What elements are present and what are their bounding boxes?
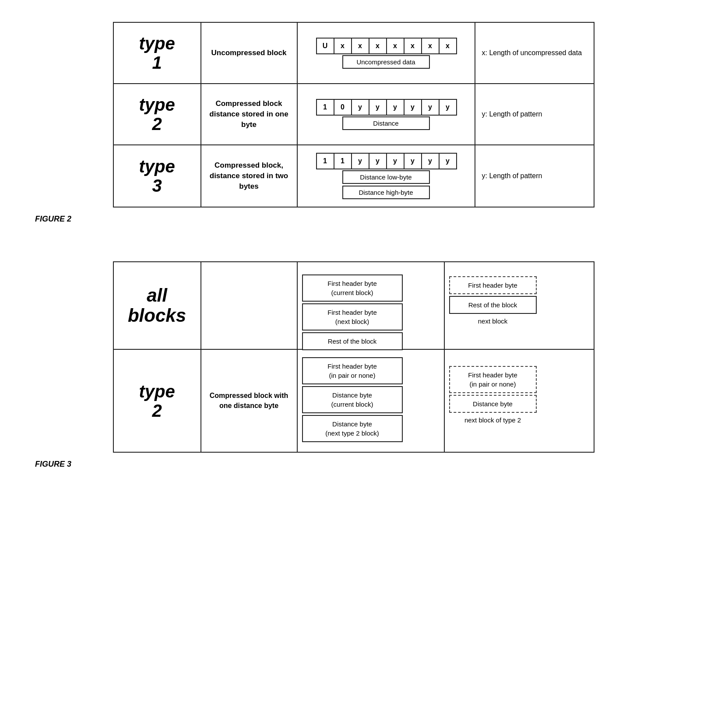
- allblocks-diagram: First header byte(current block) First h…: [298, 262, 445, 349]
- byte-cell: y: [351, 153, 369, 169]
- byte-cell: y: [404, 99, 422, 116]
- byte-cell: y: [421, 153, 440, 169]
- figure3-table: allblocks First header byte(current bloc…: [113, 261, 594, 453]
- byte-cell: 1: [316, 153, 334, 169]
- next-block-header: First header byte: [449, 276, 537, 294]
- type1-note: x: Length of uncompressed data: [475, 23, 594, 83]
- fig3-row-type2: type2 Compressed block with one distance…: [114, 350, 594, 452]
- fig3-type2-label: type2: [114, 350, 201, 452]
- type1-diagram: U x x x x x x x Uncompressed data: [298, 23, 475, 83]
- byte-cell: x: [421, 38, 440, 54]
- fig2-row-type2: type2 Compressed block distance stored i…: [114, 84, 594, 145]
- block-box: Distance byte(current block): [302, 386, 403, 413]
- byte-cell: 0: [334, 99, 352, 116]
- byte-cell: y: [351, 99, 369, 116]
- type2-label: type2: [114, 84, 201, 144]
- block-box: First header byte(in pair or none): [302, 357, 403, 384]
- byte-cell: x: [404, 38, 422, 54]
- figure3-caption: FIGURE 3: [35, 460, 689, 469]
- byte-cell: y: [439, 153, 457, 169]
- byte-cell: 1: [316, 99, 334, 116]
- fig2-row-type3: type3 Compressed block, distance stored …: [114, 145, 594, 207]
- type2-note: y: Length of pattern: [475, 84, 594, 144]
- byte-cell: y: [369, 153, 387, 169]
- next-type2-header: First header byte(in pair or none): [449, 366, 537, 393]
- byte-label: Distance low-byte: [342, 170, 430, 184]
- byte-cell: y: [404, 153, 422, 169]
- next-type2-distance: Distance byte: [449, 395, 537, 413]
- type2-desc: Compressed block distance stored in one …: [201, 84, 298, 144]
- byte-cell: y: [369, 99, 387, 116]
- byte-cell: x: [386, 38, 405, 54]
- allblocks-label: allblocks: [114, 262, 201, 349]
- figure2-table: type1 Uncompressed block U x x x x x x x…: [113, 22, 594, 207]
- figure2-caption: FIGURE 2: [35, 215, 689, 224]
- type1-label: type1: [114, 23, 201, 83]
- byte-cell: y: [421, 99, 440, 116]
- fig2-row-type1: type1 Uncompressed block U x x x x x x x…: [114, 23, 594, 84]
- next-block-rest: Rest of the block: [449, 296, 537, 314]
- type1-desc: Uncompressed block: [201, 23, 298, 83]
- byte-label: Distance: [342, 116, 430, 130]
- byte-label: Distance high-byte: [342, 186, 430, 199]
- byte-cell: x: [439, 38, 457, 54]
- byte-cell: y: [386, 153, 405, 169]
- fig3-type2-diagram: First header byte(in pair or none) Dista…: [298, 350, 445, 452]
- type2-diagram: 1 0 y y y y y y Distance: [298, 84, 475, 144]
- block-box: Distance byte(next type 2 block): [302, 415, 403, 442]
- block-box: Rest of the block: [302, 332, 403, 350]
- byte-cell: x: [334, 38, 352, 54]
- byte-cell: x: [351, 38, 369, 54]
- type3-desc: Compressed block, distance stored in two…: [201, 145, 298, 207]
- byte-cell: y: [439, 99, 457, 116]
- byte-cell: U: [316, 38, 334, 54]
- type3-label: type3: [114, 145, 201, 207]
- byte-cell: y: [386, 99, 405, 116]
- byte-cell: x: [369, 38, 387, 54]
- fig3-type2-note: First header byte(in pair or none) Dista…: [445, 350, 594, 452]
- fig3-row-allblocks: allblocks First header byte(current bloc…: [114, 262, 594, 350]
- next-type2-label: next block of type 2: [449, 416, 537, 424]
- byte-label: Uncompressed data: [342, 55, 430, 69]
- type3-diagram: 1 1 y y y y y y Distance low-byte Distan…: [298, 145, 475, 207]
- block-box: First header byte(next block): [302, 303, 403, 331]
- fig3-type2-desc: Compressed block with one distance byte: [201, 350, 298, 452]
- byte-cell: 1: [334, 153, 352, 169]
- next-block-label: next block: [449, 317, 537, 325]
- block-box: First header byte(current block): [302, 274, 403, 302]
- allblocks-note: First header byte Rest of the block next…: [445, 262, 594, 349]
- allblocks-desc: [201, 262, 298, 349]
- type3-note: y: Length of pattern: [475, 145, 594, 207]
